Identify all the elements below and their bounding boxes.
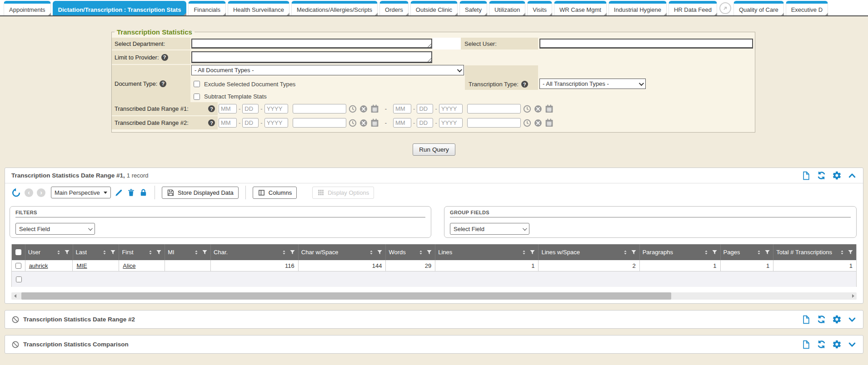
filter-funnel-icon[interactable] (202, 249, 208, 255)
external-link-icon[interactable] (719, 2, 731, 14)
clock-icon[interactable] (348, 118, 357, 128)
filter-funnel-icon[interactable] (289, 249, 295, 255)
sort-icon[interactable] (756, 249, 762, 256)
help-icon[interactable]: ? (160, 80, 166, 87)
tab-executive[interactable]: Executive D (786, 1, 828, 15)
reset-icon[interactable] (11, 188, 21, 197)
calendar-icon[interactable] (370, 104, 379, 113)
sort-icon[interactable] (368, 249, 374, 256)
col-header-mi[interactable]: MI (165, 244, 211, 260)
expand-icon[interactable] (848, 315, 857, 324)
range1-start-month-input[interactable] (219, 104, 237, 113)
subtract-template-stats-checkbox[interactable] (194, 94, 200, 100)
last-name-link[interactable]: MIE (76, 262, 87, 269)
help-icon[interactable]: ? (208, 105, 215, 112)
sort-icon[interactable] (839, 249, 845, 256)
range2-start-year-input[interactable] (264, 118, 288, 128)
calendar-icon[interactable] (544, 104, 554, 113)
scroll-right-arrow[interactable] (849, 292, 857, 300)
expand-icon[interactable] (848, 340, 857, 349)
col-header-first[interactable]: First (119, 244, 165, 260)
refresh-icon[interactable] (817, 171, 826, 180)
scrollbar-thumb[interactable] (21, 292, 671, 300)
refresh-icon[interactable] (817, 315, 826, 324)
range2-end-day-input[interactable] (417, 118, 433, 128)
tab-visits[interactable]: Visits (527, 1, 552, 15)
sort-icon[interactable] (147, 249, 154, 256)
tab-financials[interactable]: Financials (188, 1, 226, 15)
new-page-icon[interactable] (802, 171, 811, 180)
sort-icon[interactable] (193, 249, 200, 256)
filter-funnel-icon[interactable] (529, 249, 535, 255)
new-page-icon[interactable] (802, 315, 811, 324)
clear-date-icon[interactable] (534, 104, 543, 113)
tab-wr-case-mgmt[interactable]: WR Case Mgmt (554, 1, 607, 15)
sort-icon[interactable] (55, 249, 62, 256)
col-header-paragraphs[interactable]: Paragraphs (640, 244, 721, 260)
gear-icon[interactable] (832, 315, 842, 324)
group-fields-field-select[interactable]: Select Field (450, 223, 529, 235)
trash-icon[interactable] (127, 188, 135, 197)
tab-health-surveillance[interactable]: Health Surveillance (228, 1, 289, 15)
col-header-pages[interactable]: Pages (721, 244, 774, 260)
sort-icon[interactable] (281, 249, 287, 256)
run-query-button[interactable]: Run Query (413, 143, 455, 156)
edit-icon[interactable] (115, 188, 123, 197)
range2-end-month-input[interactable] (393, 118, 411, 128)
gear-icon[interactable] (832, 340, 842, 349)
range1-start-day-input[interactable] (242, 104, 259, 113)
col-header-char[interactable]: Char. (211, 244, 299, 260)
tab-safety[interactable]: Safety (459, 1, 487, 15)
next-icon[interactable]: › (37, 188, 45, 197)
filters-field-select[interactable]: Select Field (15, 223, 95, 235)
select-department-input[interactable] (192, 39, 431, 47)
col-header-words[interactable]: Words (386, 244, 435, 260)
clock-icon[interactable] (523, 104, 532, 113)
range1-start-year-input[interactable] (264, 104, 288, 113)
store-displayed-data-button[interactable]: Store Displayed Data (162, 187, 239, 199)
lock-icon[interactable] (139, 188, 148, 197)
clear-date-icon[interactable] (359, 104, 368, 113)
range2-start-day-input[interactable] (242, 118, 259, 128)
horizontal-scrollbar[interactable] (11, 292, 857, 300)
filter-funnel-icon[interactable] (631, 249, 637, 255)
tab-hr-data-feed[interactable]: HR Data Feed (668, 1, 717, 15)
user-link[interactable]: auhrick (29, 262, 48, 269)
col-header-last[interactable]: Last (73, 244, 120, 260)
filter-funnel-icon[interactable] (64, 249, 70, 255)
col-header-user[interactable]: User (25, 244, 73, 260)
select-all-checkbox[interactable] (15, 249, 21, 255)
range2-start-month-input[interactable] (219, 118, 237, 128)
exclude-document-types-checkbox[interactable] (194, 81, 200, 87)
range2-end-year-input[interactable] (439, 118, 463, 128)
footer-checkbox[interactable] (16, 276, 22, 282)
filter-funnel-icon[interactable] (426, 249, 432, 255)
tab-appointments[interactable]: Appointments (4, 1, 51, 15)
clock-icon[interactable] (523, 118, 532, 128)
col-header-total-transcriptions[interactable]: Total # Transcriptions (773, 244, 856, 260)
col-header-char-w-space[interactable]: Char w/Space (299, 244, 386, 260)
tab-orders[interactable]: Orders (379, 1, 409, 15)
sort-icon[interactable] (521, 249, 527, 256)
calendar-icon[interactable] (544, 118, 554, 128)
sort-icon[interactable] (418, 249, 424, 256)
calendar-icon[interactable] (370, 118, 379, 128)
range1-end-month-input[interactable] (393, 104, 411, 113)
range1-end-time-input[interactable] (467, 104, 521, 113)
transcription-type-select[interactable]: - All Transcription Types - (539, 79, 646, 89)
columns-button[interactable]: Columns (253, 187, 297, 199)
range2-end-time-input[interactable] (467, 118, 521, 128)
filter-funnel-icon[interactable] (377, 249, 383, 255)
sort-icon[interactable] (622, 249, 629, 256)
filter-funnel-icon[interactable] (156, 249, 162, 255)
gear-icon[interactable] (832, 171, 842, 180)
row-checkbox[interactable] (15, 263, 21, 269)
tab-dictation-transcription-stats[interactable]: Dictation/Transcription : Transcription … (53, 1, 187, 15)
col-header-lines[interactable]: Lines (435, 244, 539, 260)
filter-funnel-icon[interactable] (848, 249, 853, 255)
refresh-icon[interactable] (817, 340, 826, 349)
tab-medications-allergies-scripts[interactable]: Medications/Allergies/Scripts (291, 1, 378, 15)
clock-icon[interactable] (348, 104, 357, 113)
limit-to-provider-input[interactable] (192, 52, 431, 62)
filter-funnel-icon[interactable] (110, 249, 116, 255)
